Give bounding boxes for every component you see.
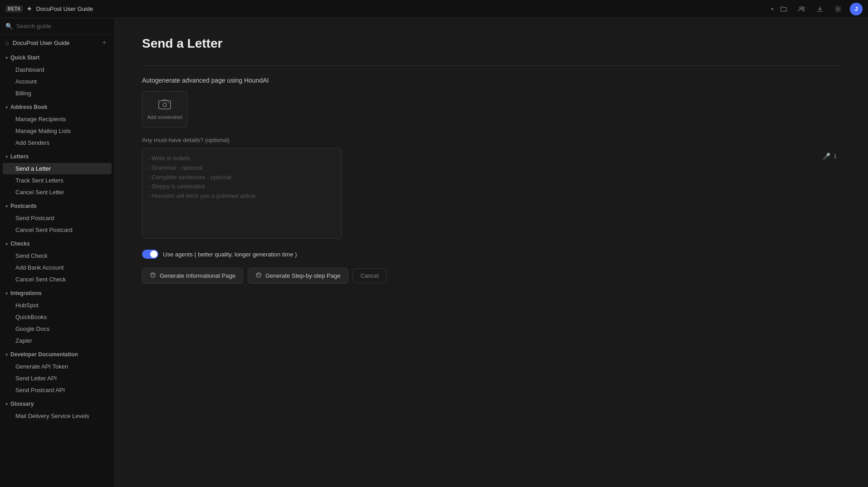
topbar-actions: J bbox=[777, 3, 863, 15]
guide-home[interactable]: ⌂ DocuPost User Guide + bbox=[0, 34, 114, 51]
microphone-icon[interactable]: 🎤 bbox=[823, 152, 830, 160]
chevron-down-icon: ▾ bbox=[5, 352, 8, 357]
divider bbox=[142, 65, 841, 66]
svg-point-5 bbox=[168, 102, 169, 103]
svg-rect-3 bbox=[159, 101, 171, 109]
add-screenshot-button[interactable]: Add screenshot bbox=[142, 91, 187, 128]
nav-item-account[interactable]: Account bbox=[3, 76, 112, 87]
optional-label: Any must-have details? (optional) bbox=[142, 137, 841, 143]
chevron-down-icon: ▾ bbox=[5, 154, 8, 159]
generate-stepbystep-button[interactable]: Generate Step-by-step Page bbox=[248, 268, 348, 284]
toggle-thumb bbox=[150, 251, 157, 258]
topbar-chevron-icon[interactable]: ▾ bbox=[771, 6, 774, 12]
download-icon[interactable] bbox=[814, 3, 826, 15]
screenshot-icon bbox=[158, 99, 171, 112]
section-developer-docs-header[interactable]: ▾ Developer Documentation bbox=[0, 349, 114, 360]
nav-item-generate-api-token[interactable]: Generate API Token bbox=[3, 361, 112, 372]
action-row: Generate Informational Page Generate Ste… bbox=[142, 268, 841, 284]
nav-item-cancel-sent-check[interactable]: Cancel Sent Check bbox=[3, 274, 112, 285]
section-checks: ▾ Checks Send Check Add Bank Account Can… bbox=[0, 237, 114, 286]
nav-item-add-senders[interactable]: Add Senders bbox=[3, 137, 112, 148]
nav-item-send-check[interactable]: Send Check bbox=[3, 250, 112, 261]
nav-item-cancel-sent-postcard[interactable]: Cancel Sent Postcard bbox=[3, 224, 112, 236]
generate-informational-button[interactable]: Generate Informational Page bbox=[142, 268, 243, 284]
chevron-down-icon: ▾ bbox=[5, 55, 8, 60]
section-letters-label: Letters bbox=[10, 153, 29, 160]
search-bar[interactable]: 🔍 Search guide bbox=[0, 18, 114, 34]
svg-point-2 bbox=[837, 8, 839, 10]
logo-icon: ✦ bbox=[26, 5, 32, 13]
section-letters-header[interactable]: ▾ Letters bbox=[0, 151, 114, 162]
folder-icon[interactable] bbox=[777, 3, 790, 15]
cancel-button[interactable]: Cancel bbox=[353, 268, 386, 283]
screenshot-label: Add screenshot bbox=[147, 114, 182, 120]
nav-item-send-postcard[interactable]: Send Postcard bbox=[3, 212, 112, 224]
section-address-book-label: Address Book bbox=[10, 104, 47, 110]
generate-stepbystep-icon bbox=[255, 272, 262, 280]
main-layout: 🔍 Search guide ⌂ DocuPost User Guide + ▾… bbox=[0, 18, 868, 487]
svg-point-1 bbox=[803, 7, 804, 9]
section-quick-start: ▾ Quick Start Dashboard Account Billing bbox=[0, 51, 114, 100]
section-postcards-header[interactable]: ▾ Postcards bbox=[0, 200, 114, 212]
search-icon: 🔍 bbox=[5, 23, 13, 30]
topbar: BETA ✦ DocuPost User Guide ▾ bbox=[0, 0, 868, 18]
section-checks-header[interactable]: ▾ Checks bbox=[0, 238, 114, 250]
chevron-down-icon: ▾ bbox=[5, 291, 8, 296]
section-checks-label: Checks bbox=[10, 241, 30, 247]
generate-informational-icon bbox=[150, 272, 156, 280]
nav-item-send-a-letter[interactable]: Send a Letter bbox=[3, 163, 112, 174]
add-page-button[interactable]: + bbox=[100, 38, 109, 47]
generate-informational-label: Generate Informational Page bbox=[160, 272, 235, 279]
nav-item-manage-recipients[interactable]: Manage Recipients bbox=[3, 113, 112, 125]
avatar[interactable]: J bbox=[850, 3, 863, 15]
section-integrations-label: Integrations bbox=[10, 290, 42, 296]
toggle-label: Use agents ( better quality, longer gene… bbox=[163, 251, 297, 258]
nav-item-billing[interactable]: Billing bbox=[3, 88, 112, 99]
section-developer-docs: ▾ Developer Documentation Generate API T… bbox=[0, 348, 114, 397]
nav-item-google-docs[interactable]: Google Docs bbox=[3, 323, 112, 335]
generate-stepbystep-label: Generate Step-by-step Page bbox=[265, 272, 341, 279]
section-glossary: ▾ Glossary Mail Delivery Service Levels bbox=[0, 397, 114, 423]
guide-home-left: ⌂ DocuPost User Guide bbox=[5, 39, 70, 46]
section-integrations-header[interactable]: ▾ Integrations bbox=[0, 287, 114, 299]
chevron-down-icon: ▾ bbox=[5, 105, 8, 110]
nav-item-mail-delivery[interactable]: Mail Delivery Service Levels bbox=[3, 410, 112, 422]
nav-item-hubspot[interactable]: HubSpot bbox=[3, 300, 112, 311]
nav-item-send-postcard-api[interactable]: Send Postcard API bbox=[3, 384, 112, 396]
autogen-label: Autogenerate advanced page using HoundAI bbox=[142, 77, 841, 84]
topbar-title: DocuPost User Guide bbox=[36, 5, 767, 12]
beta-badge: BETA bbox=[5, 5, 23, 12]
textarea-icons: 🎤 ℹ bbox=[823, 152, 836, 160]
section-glossary-header[interactable]: ▾ Glossary bbox=[0, 398, 114, 410]
guide-title: DocuPost User Guide bbox=[13, 39, 70, 46]
toggle-row: Use agents ( better quality, longer gene… bbox=[142, 250, 841, 259]
section-integrations: ▾ Integrations HubSpot QuickBooks Google… bbox=[0, 286, 114, 348]
nav-item-manage-mailing-lists[interactable]: Manage Mailing Lists bbox=[3, 125, 112, 137]
details-wrapper: 🎤 ℹ bbox=[142, 148, 841, 241]
info-icon[interactable]: ℹ bbox=[834, 152, 836, 160]
section-quick-start-label: Quick Start bbox=[10, 54, 39, 61]
search-text: Search guide bbox=[16, 23, 51, 30]
section-postcards: ▾ Postcards Send Postcard Cancel Sent Po… bbox=[0, 199, 114, 237]
chevron-down-icon: ▾ bbox=[5, 204, 8, 209]
chevron-down-icon: ▾ bbox=[5, 241, 8, 246]
users-icon[interactable] bbox=[795, 3, 808, 15]
agents-toggle[interactable] bbox=[142, 250, 158, 259]
nav-item-track-sent-letters[interactable]: Track Sent Letters bbox=[3, 175, 112, 186]
section-developer-docs-label: Developer Documentation bbox=[10, 351, 78, 358]
section-letters: ▾ Letters Send a Letter Track Sent Lette… bbox=[0, 150, 114, 199]
nav-item-dashboard[interactable]: Dashboard bbox=[3, 64, 112, 75]
cancel-label: Cancel bbox=[360, 272, 378, 279]
nav-item-zapier[interactable]: Zapier bbox=[3, 335, 112, 346]
section-address-book: ▾ Address Book Manage Recipients Manage … bbox=[0, 100, 114, 150]
section-address-book-header[interactable]: ▾ Address Book bbox=[0, 101, 114, 113]
nav-item-quickbooks[interactable]: QuickBooks bbox=[3, 311, 112, 323]
nav-item-send-letter-api[interactable]: Send Letter API bbox=[3, 373, 112, 384]
nav-item-add-bank-account[interactable]: Add Bank Account bbox=[3, 262, 112, 273]
nav-item-cancel-sent-letter[interactable]: Cancel Sent Letter bbox=[3, 187, 112, 198]
svg-point-0 bbox=[800, 6, 802, 9]
svg-point-4 bbox=[163, 103, 167, 107]
settings-icon[interactable] bbox=[832, 3, 844, 15]
section-quick-start-header[interactable]: ▾ Quick Start bbox=[0, 52, 114, 64]
details-textarea[interactable] bbox=[142, 148, 342, 239]
